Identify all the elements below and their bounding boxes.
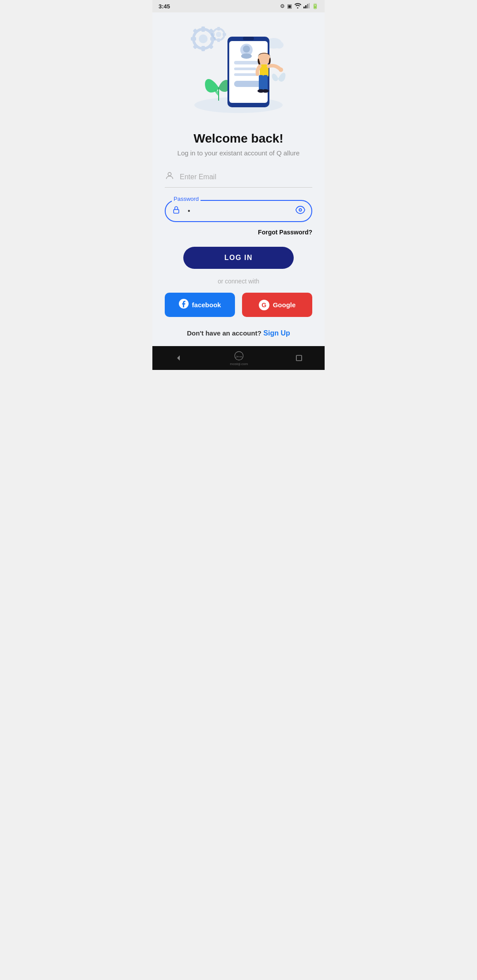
svg-rect-37 [259,75,263,90]
facebook-label: facebook [192,301,221,309]
svg-rect-18 [217,38,220,42]
sim-icon: ▣ [287,3,292,9]
battery-icon: 🔋 [312,3,318,9]
signup-question: Don't have an account? [187,329,261,337]
main-content: Welcome back! Log in to your existant ac… [152,12,325,346]
svg-rect-3 [309,3,310,8]
facebook-icon [179,299,189,311]
svg-rect-34 [234,81,263,87]
square-button[interactable] [295,354,303,362]
svg-rect-9 [191,37,196,41]
status-bar: 3:45 ⚙ ▣ 🔋 [152,0,325,12]
email-input-wrapper [165,171,312,188]
signup-row: Don't have an account? Sign Up [187,329,290,337]
svg-rect-32 [234,68,256,70]
illustration [181,26,296,123]
svg-point-6 [199,34,208,43]
status-icons: ⚙ ▣ 🔋 [280,3,318,10]
google-icon: G [259,300,269,310]
or-connect-text: or connect with [218,278,259,285]
svg-point-16 [216,32,221,37]
svg-text:مستقل: مستقل [235,355,242,358]
svg-rect-19 [211,33,215,36]
password-field[interactable] [165,200,312,222]
email-field[interactable] [180,173,312,181]
svg-rect-0 [303,7,305,8]
svg-rect-8 [201,46,205,51]
signup-link[interactable]: Sign Up [263,329,290,337]
logo-text: most‌ql.com [230,362,248,366]
svg-marker-46 [177,355,180,361]
svg-point-44 [299,209,302,211]
google-button[interactable]: G Google [242,293,312,317]
svg-rect-27 [243,37,254,40]
svg-rect-38 [263,75,268,90]
signal-icon [303,3,310,10]
svg-rect-33 [234,73,258,76]
svg-rect-43 [174,210,179,213]
home-logo[interactable]: مستقل most‌ql.com [230,350,248,366]
forgot-password-row: Forgot Password? [165,228,312,236]
svg-point-40 [262,89,269,93]
facebook-button[interactable]: facebook [165,293,235,317]
svg-rect-2 [307,4,308,8]
svg-point-30 [241,53,252,59]
password-container: Password [165,200,312,222]
svg-rect-17 [217,27,220,30]
svg-point-42 [168,173,171,176]
wifi-icon [294,3,301,10]
google-label: Google [273,301,296,309]
welcome-title: Welcome back! [193,132,283,146]
svg-point-41 [279,68,283,72]
eye-icon[interactable] [295,205,305,217]
bottom-bar: مستقل most‌ql.com [152,346,325,370]
forgot-password-link[interactable]: Forgot Password? [258,229,312,236]
user-icon [165,171,174,183]
social-buttons: facebook G Google [165,293,312,317]
status-time: 3:45 [159,3,170,10]
welcome-subtitle: Log in to your existant account of Q all… [178,149,300,157]
svg-rect-1 [305,5,307,8]
password-label: Password [172,196,201,202]
svg-point-23 [275,41,284,49]
lock-icon [172,206,181,217]
svg-rect-20 [223,33,226,36]
svg-point-29 [243,45,250,53]
login-button[interactable]: LOG IN [183,247,294,269]
settings-icon: ⚙ [280,3,285,9]
back-button[interactable] [174,354,182,362]
svg-rect-49 [296,355,302,361]
svg-rect-7 [201,26,205,32]
